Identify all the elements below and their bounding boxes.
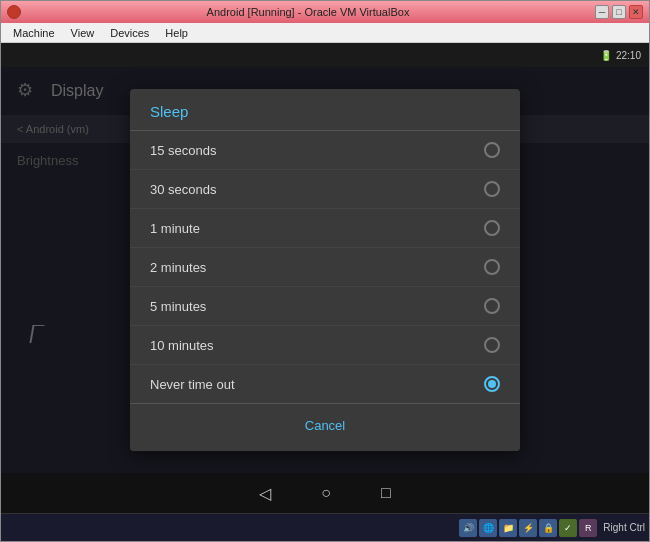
android-navbar: ◁ ○ □: [1, 473, 649, 513]
menu-view[interactable]: View: [63, 25, 103, 41]
taskbar-icon-1[interactable]: 🔊: [459, 519, 477, 537]
option-5-minutes-radio: [484, 298, 500, 314]
main-window: Android [Running] - Oracle VM VirtualBox…: [0, 0, 650, 542]
taskbar-icons: 🔊 🌐 📁 ⚡ 🔒 ✓ R Right Ctrl: [459, 519, 645, 537]
taskbar-icon-6[interactable]: ✓: [559, 519, 577, 537]
restore-button[interactable]: □: [612, 5, 626, 19]
option-2-minutes[interactable]: 2 minutes: [130, 248, 520, 287]
window-controls: ─ □ ✕: [595, 5, 643, 19]
menu-devices[interactable]: Devices: [102, 25, 157, 41]
option-30-seconds-radio: [484, 181, 500, 197]
menu-machine[interactable]: Machine: [5, 25, 63, 41]
cancel-button[interactable]: Cancel: [285, 414, 365, 437]
battery-icon: 🔋: [600, 50, 612, 61]
radio-selected-dot: [488, 380, 496, 388]
minimize-button[interactable]: ─: [595, 5, 609, 19]
option-10-minutes-radio: [484, 337, 500, 353]
window-title: Android [Running] - Oracle VM VirtualBox: [21, 6, 595, 18]
option-30-seconds-label: 30 seconds: [150, 182, 217, 197]
option-10-minutes-label: 10 minutes: [150, 338, 214, 353]
taskbar-icon-7[interactable]: R: [579, 519, 597, 537]
option-never-time-out[interactable]: Never time out: [130, 365, 520, 403]
taskbar-icon-3[interactable]: 📁: [499, 519, 517, 537]
taskbar-right-ctrl: Right Ctrl: [603, 522, 645, 533]
option-1-minute-label: 1 minute: [150, 221, 200, 236]
option-2-minutes-label: 2 minutes: [150, 260, 206, 275]
option-never-time-out-label: Never time out: [150, 377, 235, 392]
option-30-seconds[interactable]: 30 seconds: [130, 170, 520, 209]
option-15-seconds[interactable]: 15 seconds: [130, 131, 520, 170]
menubar: Machine View Devices Help: [1, 23, 649, 43]
statusbar-time: 22:10: [616, 50, 641, 61]
dialog-options-list: 15 seconds 30 seconds 1 minute 2 mi: [130, 131, 520, 403]
taskbar: 🔊 🌐 📁 ⚡ 🔒 ✓ R Right Ctrl: [1, 513, 649, 541]
titlebar: Android [Running] - Oracle VM VirtualBox…: [1, 1, 649, 23]
option-1-minute[interactable]: 1 minute: [130, 209, 520, 248]
dialog-title: Sleep: [130, 89, 520, 131]
option-15-seconds-radio: [484, 142, 500, 158]
taskbar-icon-2[interactable]: 🌐: [479, 519, 497, 537]
nav-back-button[interactable]: ◁: [259, 484, 271, 503]
dialog-overlay: Sleep 15 seconds 30 seconds 1 minute: [1, 67, 649, 473]
android-statusbar: 🔋 22:10: [1, 43, 649, 67]
window-icon: [7, 5, 21, 19]
sleep-dialog: Sleep 15 seconds 30 seconds 1 minute: [130, 89, 520, 451]
option-never-time-out-radio: [484, 376, 500, 392]
option-5-minutes-label: 5 minutes: [150, 299, 206, 314]
android-content: ⚙ Display < Android (vm) Brightness Slee…: [1, 67, 649, 473]
nav-recents-button[interactable]: □: [381, 484, 391, 502]
option-2-minutes-radio: [484, 259, 500, 275]
taskbar-icon-5[interactable]: 🔒: [539, 519, 557, 537]
menu-help[interactable]: Help: [157, 25, 196, 41]
option-5-minutes[interactable]: 5 minutes: [130, 287, 520, 326]
option-15-seconds-label: 15 seconds: [150, 143, 217, 158]
dialog-actions: Cancel: [130, 403, 520, 451]
option-10-minutes[interactable]: 10 minutes: [130, 326, 520, 365]
vm-viewport: 🔋 22:10 ⚙ Display < Android (vm) Brightn…: [1, 43, 649, 541]
nav-home-button[interactable]: ○: [321, 484, 331, 502]
status-icons: 🔋 22:10: [600, 50, 641, 61]
taskbar-icon-4[interactable]: ⚡: [519, 519, 537, 537]
close-button[interactable]: ✕: [629, 5, 643, 19]
option-1-minute-radio: [484, 220, 500, 236]
